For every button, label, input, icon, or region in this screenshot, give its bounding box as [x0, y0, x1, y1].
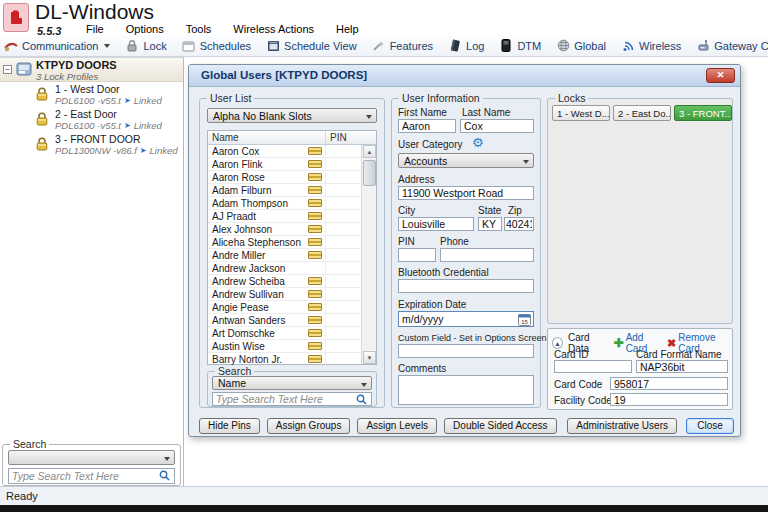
- scrollbar-thumb[interactable]: [363, 160, 376, 186]
- lock-profile-item[interactable]: 3 - FRONT DOOR PDL1300NW -v86.f ➤ Linked: [0, 132, 183, 157]
- bluetooth-credential-field[interactable]: [398, 279, 534, 293]
- last-name-field[interactable]: [460, 119, 534, 133]
- first-name-field[interactable]: [398, 119, 456, 133]
- search-icon[interactable]: [356, 394, 367, 407]
- user-row[interactable]: Aliceha Stephenson: [208, 236, 363, 249]
- user-row[interactable]: Angie Pease: [208, 301, 363, 314]
- user-category-select[interactable]: Accounts: [398, 153, 534, 168]
- toolbar-lock[interactable]: Lock: [125, 39, 166, 53]
- padlock-icon: [34, 86, 50, 104]
- menu-wireless-actions[interactable]: Wireless Actions: [231, 23, 316, 35]
- account-root-node[interactable]: − KTPYD DOORS 3 Lock Profiles: [0, 58, 183, 82]
- chevron-down-icon: [104, 44, 110, 48]
- card-code-field[interactable]: [610, 377, 728, 390]
- scroll-down-icon[interactable]: ▼: [363, 351, 376, 364]
- city-field[interactable]: [398, 217, 474, 231]
- menu-options[interactable]: Options: [124, 23, 166, 35]
- search-icon[interactable]: [159, 470, 170, 483]
- toolbar-features[interactable]: Features: [372, 39, 433, 53]
- address-field[interactable]: [398, 186, 534, 200]
- sidebar-search-input[interactable]: [8, 468, 175, 484]
- toolbar-wireless[interactable]: Wireless: [621, 39, 681, 53]
- toolbar-global[interactable]: Global: [556, 39, 606, 53]
- menu-tools[interactable]: Tools: [184, 23, 214, 35]
- column-header-pin[interactable]: PIN: [326, 131, 363, 144]
- chevron-down-icon: [523, 160, 529, 164]
- lock-link-status: Linked: [134, 120, 162, 131]
- user-list-scrollbar[interactable]: ▲ ▼: [361, 145, 376, 364]
- user-row[interactable]: Andrew Scheiba: [208, 275, 363, 288]
- user-pin-cell: [326, 249, 363, 261]
- user-row[interactable]: Art Domschke: [208, 327, 363, 340]
- close-button[interactable]: Close: [686, 418, 734, 434]
- lock-profile-item[interactable]: 1 - West Door PDL6100 -v55.t ➤ Linked: [0, 82, 183, 107]
- calendar-icon[interactable]: 15: [518, 313, 531, 328]
- comments-field[interactable]: [398, 375, 534, 405]
- user-row[interactable]: Aaron Cox: [208, 145, 363, 158]
- user-pin-cell: [326, 340, 363, 352]
- lock-profile-item[interactable]: 2 - East Door PDL6100 -v55.t ➤ Linked: [0, 107, 183, 132]
- footer-button[interactable]: Hide Pins: [199, 418, 260, 434]
- user-row[interactable]: Andre Miller: [208, 249, 363, 262]
- user-row[interactable]: Aaron Rose: [208, 171, 363, 184]
- user-row[interactable]: Aaron Flink: [208, 158, 363, 171]
- user-row[interactable]: Andrew Jackson: [208, 262, 363, 275]
- linked-icon: ➤: [124, 121, 131, 130]
- account-name: KTPYD DOORS: [36, 59, 117, 71]
- user-list-sort-select[interactable]: Alpha No Blank Slots: [207, 108, 377, 123]
- state-field[interactable]: [478, 217, 502, 231]
- user-pin-cell: [326, 158, 363, 170]
- facility-code-field[interactable]: [610, 393, 728, 406]
- phone-field[interactable]: [440, 248, 534, 262]
- footer-buttons: Hide PinsAssign GroupsAssign LevelsDoubl…: [199, 418, 557, 434]
- lock-chip[interactable]: 1 - West D...: [552, 105, 610, 121]
- pin-field[interactable]: [398, 248, 436, 262]
- user-name: Aliceha Stephenson: [212, 237, 301, 248]
- card-format-name-field[interactable]: [636, 360, 728, 373]
- footer-button[interactable]: Double Sided Access: [444, 418, 557, 434]
- gear-icon[interactable]: ⚙: [472, 137, 484, 149]
- card-icon: [308, 173, 322, 181]
- menu-help[interactable]: Help: [334, 23, 361, 35]
- bluetooth-credential-label: Bluetooth Credential: [398, 267, 489, 278]
- footer-button[interactable]: Assign Groups: [267, 418, 351, 434]
- expiration-date-field[interactable]: [398, 311, 534, 327]
- padlock-icon: [125, 39, 139, 53]
- scroll-up-icon[interactable]: ▲: [363, 145, 376, 158]
- footer-button[interactable]: Assign Levels: [357, 418, 437, 434]
- toolbar-gateway-config[interactable]: Gateway Config: [696, 39, 768, 53]
- user-search-input[interactable]: [212, 392, 372, 406]
- toolbar-schedules[interactable]: Schedules: [182, 39, 251, 53]
- user-row[interactable]: Alex Johnson: [208, 223, 363, 236]
- lock-chip[interactable]: 2 - East Do...: [613, 105, 671, 121]
- collapse-icon[interactable]: ▲: [552, 337, 563, 349]
- user-row[interactable]: Adam Filburn: [208, 184, 363, 197]
- menu-file[interactable]: File: [84, 23, 106, 35]
- toolbar-communication[interactable]: Communication: [4, 39, 110, 53]
- column-header-name[interactable]: Name: [208, 131, 326, 144]
- zip-field[interactable]: [504, 217, 534, 231]
- dialog-titlebar[interactable]: Global Users [KTPYD DOORS] ✕: [189, 65, 740, 87]
- administrative-users-button[interactable]: Administrative Users: [567, 418, 677, 434]
- toolbar-log[interactable]: Log: [448, 39, 484, 53]
- app-header: DL-Windows 5.5.3 File Options Tools Wire…: [0, 0, 768, 57]
- close-icon[interactable]: ✕: [706, 68, 735, 83]
- collapse-icon[interactable]: −: [3, 65, 12, 74]
- user-row[interactable]: Andrew Sullivan: [208, 288, 363, 301]
- sidebar-search-field-select[interactable]: [8, 450, 175, 465]
- globe-icon: [556, 39, 570, 53]
- toolbar-dtm[interactable]: DTM: [499, 39, 541, 53]
- user-rows: Aaron Cox Aaron Flink Aaron Rose Adam Fi…: [208, 145, 363, 366]
- card-icon: [308, 277, 322, 285]
- locks-label: Locks: [555, 92, 588, 104]
- user-row[interactable]: Adam Thompson: [208, 197, 363, 210]
- card-id-field[interactable]: [554, 360, 632, 373]
- user-row[interactable]: Antwan Sanders: [208, 314, 363, 327]
- lock-chip[interactable]: 3 - FRONT...: [674, 105, 732, 121]
- toolbar-schedule-view[interactable]: Schedule View: [266, 39, 357, 53]
- user-row[interactable]: AJ Praadt: [208, 210, 363, 223]
- lock-name: 2 - East Door: [55, 108, 117, 120]
- user-row[interactable]: Austin Wise: [208, 340, 363, 353]
- user-search-field-select[interactable]: Name: [212, 376, 372, 390]
- custom-field[interactable]: [398, 344, 534, 358]
